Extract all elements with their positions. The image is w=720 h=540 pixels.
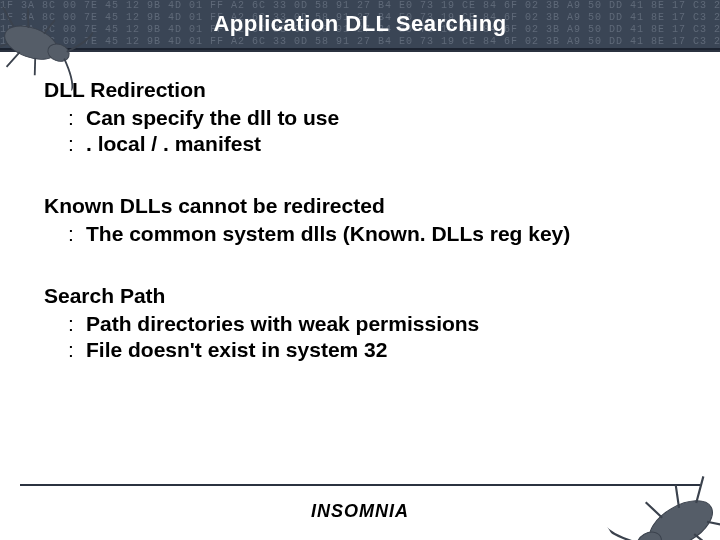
section-gap (44, 158, 690, 194)
bullet-text: . local / . manifest (86, 132, 261, 156)
section-heading: DLL Redirection (44, 78, 690, 102)
bullet-marker: : (68, 132, 86, 156)
bullet-item: : . local / . manifest (68, 132, 690, 156)
svg-point-3 (633, 528, 665, 540)
title-bar: 1F 3A 8C 00 7E 45 12 9B 4D 01 FF A2 6C 3… (0, 0, 720, 50)
section-heading: Search Path (44, 284, 690, 308)
bullet-text: Can specify the dll to use (86, 106, 339, 130)
bullet-item: : File doesn't exist in system 32 (68, 338, 690, 362)
bullet-text: Path directories with weak permissions (86, 312, 479, 336)
slide: 1F 3A 8C 00 7E 45 12 9B 4D 01 FF A2 6C 3… (0, 0, 720, 540)
bullet-item: : Path directories with weak permissions (68, 312, 690, 336)
bullet-marker: : (68, 106, 86, 130)
content-area: DLL Redirection : Can specify the dll to… (44, 78, 690, 364)
footer-divider (20, 484, 700, 486)
bullet-text: File doesn't exist in system 32 (86, 338, 387, 362)
bullet-marker: : (68, 222, 86, 246)
bullet-text: The common system dlls (Known. DLLs reg … (86, 222, 570, 246)
bullet-marker: : (68, 338, 86, 362)
title-underline (0, 50, 720, 52)
cockroach-icon (603, 455, 720, 540)
bullet-marker: : (68, 312, 86, 336)
section-gap (44, 248, 690, 284)
footer-brand: INSOMNIA (0, 501, 720, 522)
slide-title: Application DLL Searching (0, 0, 720, 48)
bullet-item: : The common system dlls (Known. DLLs re… (68, 222, 690, 246)
bullet-item: : Can specify the dll to use (68, 106, 690, 130)
section-heading: Known DLLs cannot be redirected (44, 194, 690, 218)
